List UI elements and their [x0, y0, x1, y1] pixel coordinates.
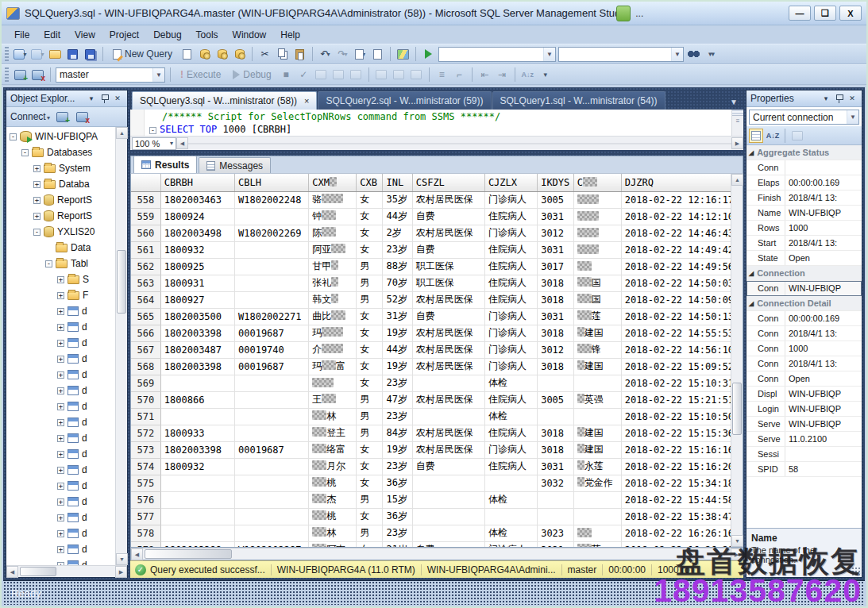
- grid-cell[interactable]: W1802002248: [235, 191, 309, 208]
- grid-cell[interactable]: 住院病人: [484, 258, 537, 275]
- grid-cell[interactable]: 36岁: [383, 508, 412, 525]
- grid-cell[interactable]: 玛: [309, 325, 357, 341]
- grid-cell[interactable]: [412, 525, 484, 541]
- grid-cell[interactable]: 3018: [538, 325, 574, 341]
- grid-cell[interactable]: 23岁: [383, 375, 412, 391]
- category-collapse-icon[interactable]: ◢: [749, 149, 754, 156]
- menu-tools[interactable]: Tools: [190, 27, 225, 43]
- row-number-cell[interactable]: 578: [131, 525, 160, 541]
- scroll-right-icon[interactable]: ▶: [731, 137, 743, 149]
- grid-cell[interactable]: [412, 375, 484, 391]
- scrollbar-thumb[interactable]: [20, 567, 56, 576]
- grid-cell[interactable]: 2018-02-22 15:16:20.000: [621, 458, 731, 475]
- grid-cell[interactable]: 女: [357, 208, 383, 225]
- grid-cell[interactable]: 住院病人: [484, 391, 537, 408]
- navigate-forward-icon[interactable]: [370, 47, 385, 62]
- grid-cell[interactable]: 阿亚: [309, 241, 357, 258]
- tree-horizontal-scrollbar[interactable]: ◀ ▶: [6, 565, 127, 577]
- grid-cell[interactable]: 女: [357, 308, 383, 325]
- grid-cell[interactable]: 门诊病人: [484, 325, 537, 341]
- grid-cell[interactable]: 自费: [412, 308, 484, 325]
- toolbar-combo-1[interactable]: ▼: [438, 47, 556, 62]
- close-button[interactable]: X: [839, 6, 862, 21]
- grid-cell[interactable]: 3021: [538, 541, 574, 547]
- copy-icon[interactable]: [275, 47, 290, 62]
- grid-cell[interactable]: 23岁: [383, 525, 412, 541]
- property-row[interactable]: Conn: [746, 160, 862, 175]
- grid-cell[interactable]: [573, 508, 621, 525]
- grid-cell[interactable]: 2018-02-22 14:12:10.000: [621, 208, 731, 225]
- grid-cell[interactable]: 2岁: [383, 225, 412, 241]
- intellisense-icon[interactable]: [349, 67, 364, 83]
- grid-cell[interactable]: [484, 508, 537, 525]
- grid-cell[interactable]: [484, 475, 537, 491]
- grid-cell[interactable]: 3018: [538, 441, 574, 458]
- property-row[interactable]: Conn2018/4/1 13:: [746, 326, 862, 341]
- grid-cell[interactable]: [412, 475, 484, 491]
- collapse-icon[interactable]: -: [45, 260, 52, 267]
- grid-cell[interactable]: 1800925: [160, 258, 234, 275]
- grid-cell[interactable]: 农村居民医保: [412, 225, 484, 241]
- expand-icon[interactable]: +: [57, 276, 64, 283]
- grid-cell[interactable]: [235, 508, 309, 525]
- grid-cell[interactable]: 3018: [538, 425, 574, 441]
- document-tab[interactable]: SQLQuery3.sql - W...ministrator (58))×: [132, 91, 317, 110]
- query-editor[interactable]: /****** Script for SelectTopNRows comman…: [130, 110, 743, 136]
- grid-cell[interactable]: 1800931: [160, 275, 234, 291]
- grid-cell[interactable]: 1800932: [160, 241, 234, 258]
- grid-cell[interactable]: 2018-02-22 14:49:56.000: [621, 258, 731, 275]
- grid-cell[interactable]: [573, 225, 621, 241]
- grid-cell[interactable]: 月尔: [309, 458, 357, 475]
- database-combo[interactable]: master▼: [56, 67, 165, 83]
- grid-cell[interactable]: 2018-02-22 16:26:28.000: [621, 541, 731, 547]
- row-number-cell[interactable]: 567: [131, 341, 160, 358]
- grid-cell[interactable]: 职工医保: [412, 258, 484, 275]
- category-collapse-icon[interactable]: ◢: [749, 300, 754, 307]
- property-category[interactable]: ◢Connection Detail: [746, 296, 862, 311]
- property-row[interactable]: Conn00:00:00.169: [746, 311, 862, 326]
- property-row[interactable]: SPID58: [746, 462, 862, 477]
- grid-cell[interactable]: 张礼: [309, 275, 357, 291]
- grid-cell[interactable]: 男: [357, 525, 383, 541]
- xmla-query-icon[interactable]: [232, 47, 247, 62]
- grid-cell[interactable]: 1802003500: [160, 308, 234, 325]
- row-number-cell[interactable]: 561: [131, 241, 160, 258]
- grid-vertical-scrollbar[interactable]: ▲ ▼: [731, 174, 743, 547]
- grid-cell[interactable]: [235, 491, 309, 508]
- grid-cell[interactable]: 住院病人: [484, 241, 537, 258]
- grid-cell[interactable]: 住院病人: [484, 275, 537, 291]
- grid-cell[interactable]: 3005: [538, 391, 574, 408]
- grid-cell[interactable]: 陈: [309, 225, 357, 241]
- grid-cell[interactable]: 男: [357, 258, 383, 275]
- grid-cell[interactable]: 莲: [573, 541, 621, 547]
- grid-cell[interactable]: 女: [357, 475, 383, 491]
- grid-cell[interactable]: [235, 525, 309, 541]
- grid-cell[interactable]: 1802003398: [160, 441, 234, 458]
- grid-cell[interactable]: 3012: [538, 225, 574, 241]
- expand-icon[interactable]: +: [57, 467, 64, 474]
- grid-cell[interactable]: 2018-02-22 14:50:13.000: [621, 308, 731, 325]
- maximize-button[interactable]: ❑: [814, 6, 836, 21]
- column-header[interactable]: DJZRQ: [621, 174, 731, 191]
- grid-cell[interactable]: [160, 491, 234, 508]
- grid-cell[interactable]: 国: [573, 291, 621, 308]
- menu-view[interactable]: View: [68, 27, 102, 43]
- toolbar-overflow-icon[interactable]: ▾: [538, 67, 553, 83]
- stop-icon[interactable]: ■: [279, 67, 294, 83]
- scroll-left-icon[interactable]: ◀: [131, 548, 143, 560]
- grid-cell[interactable]: 1802003487: [160, 341, 234, 358]
- results-grid[interactable]: CBRBHCBLHCXMCXBINLCSFZLCJZLXIKDYSCDJZRQC…: [131, 174, 731, 547]
- expand-icon[interactable]: +: [57, 514, 64, 521]
- activity-monitor-icon[interactable]: [395, 47, 411, 62]
- dmx-query-icon[interactable]: [214, 47, 230, 62]
- grid-cell[interactable]: 2018-02-22 15:09:52.000: [621, 358, 731, 375]
- grid-cell[interactable]: 2018-02-22 14:50:03.000: [621, 275, 731, 291]
- scroll-right-icon[interactable]: ▶: [731, 548, 743, 560]
- grid-cell[interactable]: [573, 241, 621, 258]
- property-row[interactable]: Elaps00:00:00.169: [746, 175, 862, 190]
- window-menu-icon[interactable]: ▾: [86, 94, 97, 102]
- tree-item[interactable]: +System: [6, 160, 115, 176]
- grid-cell[interactable]: 3032: [538, 475, 574, 491]
- grid-cell[interactable]: 住院病人: [484, 425, 537, 441]
- comment-icon[interactable]: ≡: [434, 67, 449, 83]
